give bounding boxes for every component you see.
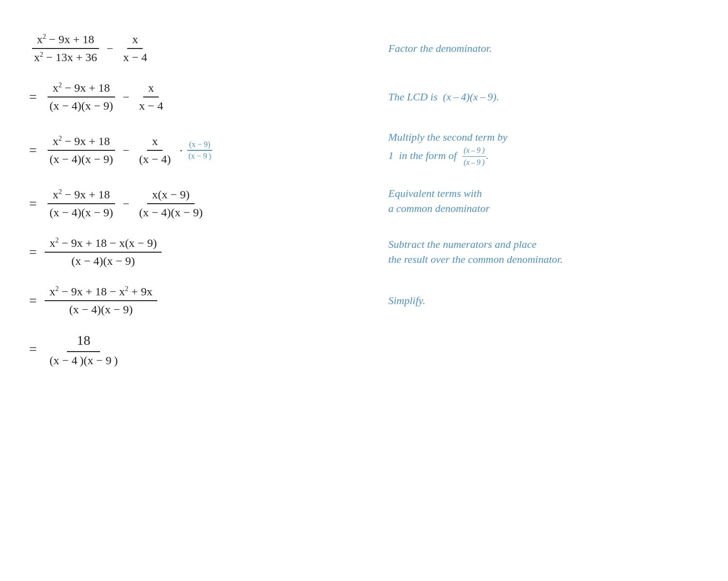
- annotation-column: Factor the denominator. The LCD is (x – …: [359, 19, 699, 373]
- math-column: x2 − 9x + 18 x2 − 13x + 36 − x x − 4 = x…: [29, 19, 359, 373]
- expr-2: x2 − 9x + 18 (x − 4)(x − 9) − x x − 4: [45, 81, 168, 113]
- annot-inline-frac: (x – 9 ) (x – 9 ): [462, 145, 486, 168]
- math-row-3: = x2 − 9x + 18 (x − 4)(x − 9) − x (x − 4…: [29, 121, 359, 179]
- annot-text-5: Subtract the numerators and place the re…: [388, 237, 563, 267]
- equals-3: =: [29, 143, 40, 158]
- frac-3c-blue: (x − 9) (x − 9 ): [186, 140, 213, 161]
- annot-row-5: Subtract the numerators and place the re…: [388, 228, 699, 276]
- expr-1: x2 − 9x + 18 x2 − 13x + 36 − x x − 4: [29, 32, 152, 65]
- annot-row-2: The LCD is (x – 4)(x – 9).: [388, 73, 699, 121]
- expr-3: x2 − 9x + 18 (x − 4)(x − 9) − x (x − 4) …: [45, 134, 213, 167]
- expr-4: x2 − 9x + 18 (x − 4)(x − 9) − x(x − 9) (…: [45, 187, 208, 220]
- equals-4: =: [29, 196, 40, 211]
- frac-4a: x2 − 9x + 18 (x − 4)(x − 9): [45, 187, 118, 220]
- math-row-2: = x2 − 9x + 18 (x − 4)(x − 9) − x x − 4: [29, 73, 359, 121]
- math-row-1: x2 − 9x + 18 x2 − 13x + 36 − x x − 4: [29, 24, 359, 73]
- frac-5: x2 − 9x + 18 − x(x − 9) (x − 4)(x − 9): [45, 236, 162, 269]
- equals-5: =: [29, 244, 40, 260]
- frac-6: x2 − 9x + 18 − x2 + 9x (x − 4)(x − 9): [45, 284, 157, 317]
- annot-row-4: Equivalent terms with a common denominat…: [388, 179, 699, 228]
- frac-4b: x(x − 9) (x − 4)(x − 9): [134, 187, 208, 220]
- annot-row-6: Simplify.: [388, 276, 699, 325]
- math-row-6: = x2 − 9x + 18 − x2 + 9x (x − 4)(x − 9): [29, 276, 359, 325]
- annot-row-3: Multiply the second term by 1 in the for…: [388, 121, 699, 179]
- frac-1a: x2 − 9x + 18 x2 − 13x + 36: [29, 32, 102, 65]
- equals-6: =: [29, 293, 40, 308]
- frac-3b: x (x − 4): [134, 134, 176, 167]
- expr-6: x2 − 9x + 18 − x2 + 9x (x − 4)(x − 9): [45, 284, 157, 317]
- expr-5: x2 − 9x + 18 − x(x − 9) (x − 4)(x − 9): [45, 236, 162, 269]
- math-row-7: = 18 (x − 4 )(x − 9 ): [29, 325, 359, 373]
- annot-text-4: Equivalent terms with a common denominat…: [388, 186, 490, 216]
- frac-1b: x x − 4: [118, 32, 152, 65]
- expr-7: 18 (x − 4 )(x − 9 ): [45, 331, 123, 368]
- annot-text-3: Multiply the second term by 1 in the for…: [388, 130, 508, 168]
- equals-2: =: [29, 89, 40, 105]
- annot-row-7: [388, 325, 699, 373]
- math-row-4: = x2 − 9x + 18 (x − 4)(x − 9) − x(x − 9)…: [29, 179, 359, 228]
- frac-7: 18 (x − 4 )(x − 9 ): [45, 331, 123, 368]
- frac-2a: x2 − 9x + 18 (x − 4)(x − 9): [45, 81, 118, 113]
- equals-7: =: [29, 341, 40, 357]
- annot-text-6: Simplify.: [388, 293, 425, 308]
- frac-2b: x x − 4: [134, 81, 168, 113]
- annot-text-2: The LCD is (x – 4)(x – 9).: [388, 90, 499, 105]
- annot-row-1: Factor the denominator.: [388, 24, 699, 73]
- frac-3a: x2 − 9x + 18 (x − 4)(x − 9): [45, 134, 118, 167]
- annot-text-1: Factor the denominator.: [388, 41, 492, 56]
- math-row-5: = x2 − 9x + 18 − x(x − 9) (x − 4)(x − 9): [29, 228, 359, 276]
